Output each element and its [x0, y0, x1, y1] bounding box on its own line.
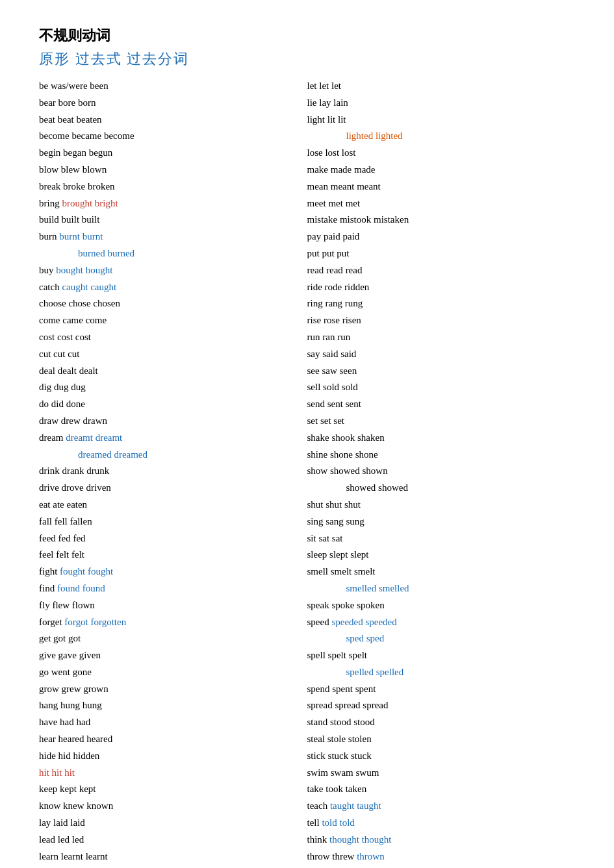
word-line: learn learnt learnt — [39, 849, 307, 865]
word-line: throw threw thrown — [307, 849, 576, 865]
word-line: fight fought fought — [39, 564, 307, 580]
word-line: mistake mistook mistaken — [307, 212, 576, 229]
word-line: see saw seen — [307, 363, 576, 380]
word-line: shine shone shone — [307, 447, 576, 464]
word-line: lead led led — [39, 832, 307, 849]
word-line: keep kept kept — [39, 781, 307, 798]
word-line: feel felt felt — [39, 547, 307, 564]
word-line: buy bought bought — [39, 262, 307, 279]
word-line: deal dealt dealt — [39, 363, 307, 380]
word-line: bear bore born — [39, 95, 307, 112]
word-line: spelled spelled — [307, 664, 576, 681]
word-line: shut shut shut — [307, 497, 576, 514]
word-line: feed fed fed — [39, 530, 307, 547]
word-line: sleep slept slept — [307, 547, 576, 564]
word-line: dream dreamt dreamt — [39, 430, 307, 447]
word-line: know knew known — [39, 798, 307, 815]
word-line: mean meant meant — [307, 179, 576, 195]
word-line: give gave given — [39, 647, 307, 664]
word-line: say said said — [307, 346, 576, 363]
word-line: dreamed dreamed — [39, 447, 307, 464]
word-line: grow grew grown — [39, 681, 307, 698]
word-line: sit sat sat — [307, 530, 576, 547]
word-line: come came come — [39, 312, 307, 329]
word-line: pay paid paid — [307, 229, 576, 245]
word-line: take took taken — [307, 781, 576, 798]
word-line: sped sped — [307, 630, 576, 647]
word-line: speed speeded speeded — [307, 614, 576, 631]
word-line: hang hung hung — [39, 697, 307, 714]
word-line: become became become — [39, 128, 307, 145]
word-line: cost cost cost — [39, 329, 307, 346]
word-line: burned burned — [39, 245, 307, 262]
word-line: dig dug dug — [39, 379, 307, 396]
right-column: let let letlie lay lainlight lit litligh… — [307, 78, 576, 868]
word-line: speak spoke spoken — [307, 597, 576, 614]
word-line: hide hid hidden — [39, 748, 307, 765]
word-line: drink drank drunk — [39, 463, 307, 480]
word-line: draw drew drawn — [39, 413, 307, 430]
word-line: blow blew blown — [39, 162, 307, 179]
word-line: choose chose chosen — [39, 295, 307, 312]
word-line: send sent sent — [307, 396, 576, 413]
word-line: lighted lighted — [307, 128, 576, 145]
word-line: break broke broken — [39, 179, 307, 195]
word-line: go went gone — [39, 664, 307, 681]
word-line: sing sang sung — [307, 514, 576, 530]
subtitle: 原形 过去式 过去分词 — [39, 49, 575, 69]
word-line: make made made — [307, 162, 576, 179]
word-line: tell told told — [307, 815, 576, 832]
word-line: eat ate eaten — [39, 497, 307, 514]
word-line: put put put — [307, 245, 576, 262]
word-line: get got got — [39, 630, 307, 647]
word-line: steal stole stolen — [307, 731, 576, 748]
word-line: sell sold sold — [307, 379, 576, 396]
word-line: ring rang rung — [307, 295, 576, 312]
word-line: light lit lit — [307, 112, 576, 129]
word-line: smelled smelled — [307, 580, 576, 597]
word-line: fly flew flown — [39, 597, 307, 614]
word-line: lie lay lain — [307, 95, 576, 112]
word-line: spread spread spread — [307, 697, 576, 714]
word-line: ride rode ridden — [307, 279, 576, 296]
word-line: think thought thought — [307, 832, 576, 849]
word-line: teach taught taught — [307, 798, 576, 815]
word-line: forget forgot forgotten — [39, 614, 307, 631]
word-line: undertand understood understood — [307, 865, 576, 868]
word-line: beat beat beaten — [39, 112, 307, 129]
word-line: bring brought bright — [39, 195, 307, 212]
word-line: lose lost lost — [307, 145, 576, 162]
left-column: be was/were beenbear bore bornbeat beat … — [39, 78, 307, 868]
word-line: meet met met — [307, 195, 576, 212]
word-line: set set set — [307, 413, 576, 430]
word-line: learned learned — [39, 865, 307, 868]
word-line: rise rose risen — [307, 312, 576, 329]
word-line: shake shook shaken — [307, 430, 576, 447]
word-line: build built built — [39, 212, 307, 229]
word-line: be was/were been — [39, 78, 307, 95]
word-line: find found found — [39, 580, 307, 597]
word-line: read read read — [307, 262, 576, 279]
word-line: swim swam swum — [307, 765, 576, 782]
word-line: smell smelt smelt — [307, 564, 576, 580]
word-line: stand stood stood — [307, 714, 576, 731]
word-line: showed showed — [307, 480, 576, 497]
page-title: 不规则动词 — [39, 26, 575, 45]
word-line: have had had — [39, 714, 307, 731]
word-line: do did done — [39, 396, 307, 413]
word-line: show showed shown — [307, 463, 576, 480]
word-line: burn burnt burnt — [39, 229, 307, 245]
word-line: cut cut cut — [39, 346, 307, 363]
word-line: spell spelt spelt — [307, 647, 576, 664]
word-line: catch caught caught — [39, 279, 307, 296]
word-line: drive drove driven — [39, 480, 307, 497]
word-line: run ran run — [307, 329, 576, 346]
word-line: fall fell fallen — [39, 514, 307, 530]
word-line: hear heared heared — [39, 731, 307, 748]
word-line: lay laid laid — [39, 815, 307, 832]
word-line: begin began begun — [39, 145, 307, 162]
word-line: let let let — [307, 78, 576, 95]
word-line: hit hit hit — [39, 765, 307, 782]
word-line: spend spent spent — [307, 681, 576, 698]
word-line: stick stuck stuck — [307, 748, 576, 765]
